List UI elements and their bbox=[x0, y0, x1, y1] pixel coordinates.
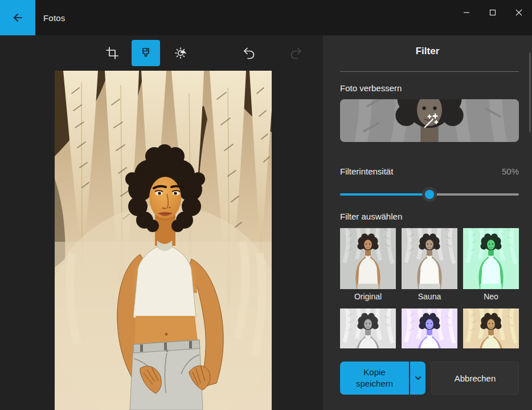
cancel-button[interactable]: Abbrechen bbox=[431, 362, 519, 395]
crop-tool-button[interactable] bbox=[99, 40, 126, 66]
edited-photo bbox=[55, 71, 272, 410]
undo-icon bbox=[242, 46, 256, 60]
filter-thumb-4[interactable] bbox=[340, 308, 396, 348]
filter-preview-image bbox=[340, 308, 396, 348]
magic-wand-icon bbox=[417, 108, 442, 133]
titlebar: Fotos bbox=[0, 0, 532, 35]
window-controls bbox=[453, 0, 532, 25]
redo-icon bbox=[289, 46, 304, 60]
filter-thumb-5[interactable] bbox=[402, 308, 457, 348]
enhance-section-label: Foto verbessern bbox=[340, 83, 402, 93]
filter-preview-image bbox=[463, 308, 519, 348]
close-icon bbox=[515, 9, 522, 16]
filter-preview-image bbox=[463, 228, 519, 289]
slider-fill bbox=[340, 193, 429, 196]
paintbrush-icon bbox=[139, 46, 153, 60]
slider-thumb[interactable] bbox=[422, 187, 437, 202]
filter-row-1: Original Sauna Neo bbox=[340, 228, 519, 301]
filter-row-2 bbox=[340, 308, 519, 348]
app-title: Fotos bbox=[43, 0, 66, 35]
filter-thumb-sauna[interactable]: Sauna bbox=[402, 228, 457, 301]
panel-title: Filter bbox=[323, 46, 532, 57]
intensity-label: Filterintensität bbox=[340, 167, 393, 176]
save-copy-button[interactable]: Kopie speichern bbox=[340, 362, 409, 395]
sun-brightness-icon bbox=[174, 46, 187, 60]
intensity-value: 50% bbox=[502, 167, 519, 176]
panel-scrollbar-thumb[interactable] bbox=[529, 52, 531, 132]
minimize-button[interactable] bbox=[453, 0, 480, 25]
filter-label: Original bbox=[340, 292, 396, 301]
undo-button[interactable] bbox=[235, 40, 263, 66]
button-gap bbox=[425, 362, 431, 395]
filter-thumb-neo[interactable]: Neo bbox=[463, 228, 519, 301]
editing-canvas bbox=[0, 35, 323, 410]
choose-filter-label: Filter auswählen bbox=[340, 212, 402, 221]
chevron-down-icon bbox=[414, 374, 423, 383]
enhance-photo-banner[interactable] bbox=[340, 99, 519, 142]
maximize-button[interactable] bbox=[480, 0, 506, 25]
crop-icon bbox=[105, 46, 119, 60]
panel-divider bbox=[340, 71, 519, 72]
arrow-left-icon bbox=[11, 11, 24, 25]
save-options-dropdown-button[interactable] bbox=[410, 362, 425, 395]
photos-app-window: Fotos bbox=[0, 0, 532, 410]
slider-thumb-dot bbox=[425, 190, 434, 199]
adjustments-tool-button[interactable] bbox=[167, 40, 194, 66]
intensity-slider[interactable] bbox=[340, 187, 519, 202]
filter-label: Neo bbox=[463, 292, 519, 301]
filter-preview-image bbox=[402, 228, 457, 289]
close-button[interactable] bbox=[506, 0, 532, 25]
filter-panel: Filter Foto verbessern Filterintensität … bbox=[323, 35, 532, 410]
filter-preview-image bbox=[402, 308, 457, 348]
filters-tool-button[interactable] bbox=[132, 40, 160, 66]
action-buttons: Kopie speichern Abbrechen bbox=[340, 362, 519, 395]
filter-thumb-original[interactable]: Original bbox=[340, 228, 396, 301]
back-button[interactable] bbox=[0, 0, 35, 35]
maximize-icon bbox=[489, 9, 496, 16]
filter-preview-image bbox=[340, 228, 396, 289]
save-copy-line2: speichern bbox=[356, 379, 393, 388]
filter-label: Sauna bbox=[402, 292, 457, 301]
redo-button[interactable] bbox=[283, 40, 310, 66]
minimize-icon bbox=[463, 9, 470, 16]
save-copy-line1: Kopie bbox=[363, 367, 385, 377]
filter-thumb-6[interactable] bbox=[463, 308, 519, 348]
